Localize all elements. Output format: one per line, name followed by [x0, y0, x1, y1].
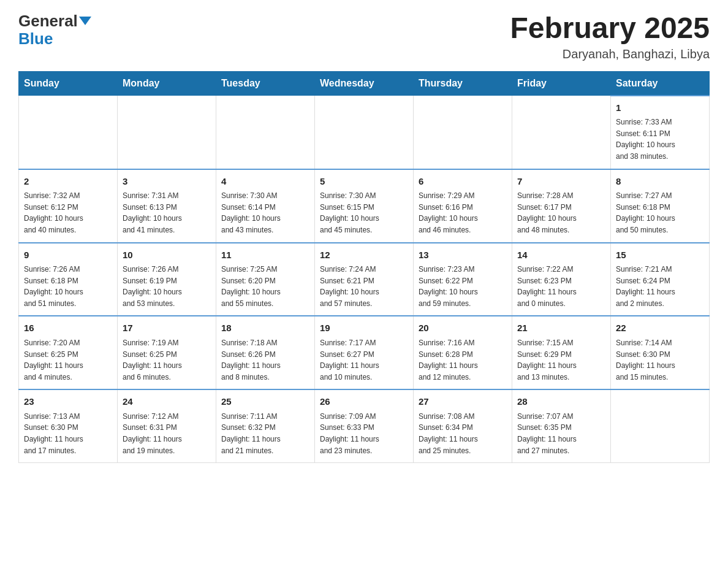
day-info: Sunrise: 7:26 AM Sunset: 6:18 PM Dayligh…	[24, 264, 112, 309]
day-number: 12	[320, 248, 408, 262]
calendar-cell: 6Sunrise: 7:29 AM Sunset: 6:16 PM Daylig…	[414, 169, 512, 243]
calendar-cell: 21Sunrise: 7:15 AM Sunset: 6:29 PM Dayli…	[512, 316, 611, 389]
calendar-cell: 2Sunrise: 7:32 AM Sunset: 6:12 PM Daylig…	[19, 169, 118, 243]
page-header: General Blue February 2025 Daryanah, Ban…	[18, 12, 710, 61]
day-number: 20	[419, 321, 507, 335]
calendar-table: SundayMondayTuesdayWednesdayThursdayFrid…	[18, 71, 710, 463]
day-info: Sunrise: 7:21 AM Sunset: 6:24 PM Dayligh…	[616, 264, 704, 309]
day-number: 22	[616, 321, 704, 335]
week-row-2: 2Sunrise: 7:32 AM Sunset: 6:12 PM Daylig…	[19, 169, 710, 243]
day-info: Sunrise: 7:08 AM Sunset: 6:34 PM Dayligh…	[419, 411, 507, 456]
day-info: Sunrise: 7:33 AM Sunset: 6:11 PM Dayligh…	[616, 117, 704, 162]
weekday-header-sunday: Sunday	[19, 71, 118, 96]
day-number: 18	[221, 321, 309, 335]
day-number: 28	[517, 395, 605, 409]
logo: General Blue	[18, 12, 91, 47]
day-info: Sunrise: 7:32 AM Sunset: 6:12 PM Dayligh…	[24, 190, 112, 236]
calendar-cell	[512, 96, 611, 169]
calendar-cell: 10Sunrise: 7:26 AM Sunset: 6:19 PM Dayli…	[118, 243, 216, 316]
day-number: 7	[517, 175, 605, 189]
day-number: 11	[221, 248, 309, 262]
day-info: Sunrise: 7:18 AM Sunset: 6:26 PM Dayligh…	[221, 337, 309, 383]
calendar-cell: 25Sunrise: 7:11 AM Sunset: 6:32 PM Dayli…	[216, 389, 315, 462]
calendar-cell: 11Sunrise: 7:25 AM Sunset: 6:20 PM Dayli…	[216, 243, 315, 316]
calendar-cell: 15Sunrise: 7:21 AM Sunset: 6:24 PM Dayli…	[611, 243, 710, 316]
calendar-cell: 27Sunrise: 7:08 AM Sunset: 6:34 PM Dayli…	[414, 389, 512, 462]
calendar-cell: 14Sunrise: 7:22 AM Sunset: 6:23 PM Dayli…	[512, 243, 611, 316]
weekday-header-saturday: Saturday	[611, 71, 710, 96]
calendar-cell: 3Sunrise: 7:31 AM Sunset: 6:13 PM Daylig…	[118, 169, 216, 243]
calendar-cell: 4Sunrise: 7:30 AM Sunset: 6:14 PM Daylig…	[216, 169, 315, 243]
calendar-cell: 17Sunrise: 7:19 AM Sunset: 6:25 PM Dayli…	[118, 316, 216, 389]
calendar-cell	[414, 96, 512, 169]
logo-general-text: General	[18, 12, 78, 30]
day-info: Sunrise: 7:16 AM Sunset: 6:28 PM Dayligh…	[419, 337, 507, 383]
weekday-header-thursday: Thursday	[414, 71, 512, 96]
day-number: 6	[419, 175, 507, 189]
calendar-cell: 9Sunrise: 7:26 AM Sunset: 6:18 PM Daylig…	[19, 243, 118, 316]
day-number: 3	[123, 175, 211, 189]
weekday-header-monday: Monday	[118, 71, 216, 96]
calendar-cell: 13Sunrise: 7:23 AM Sunset: 6:22 PM Dayli…	[414, 243, 512, 316]
day-number: 13	[419, 248, 507, 262]
day-info: Sunrise: 7:23 AM Sunset: 6:22 PM Dayligh…	[419, 264, 507, 309]
calendar-cell: 16Sunrise: 7:20 AM Sunset: 6:25 PM Dayli…	[19, 316, 118, 389]
calendar-cell: 20Sunrise: 7:16 AM Sunset: 6:28 PM Dayli…	[414, 316, 512, 389]
weekday-header-wednesday: Wednesday	[315, 71, 414, 96]
day-info: Sunrise: 7:26 AM Sunset: 6:19 PM Dayligh…	[123, 264, 211, 309]
day-info: Sunrise: 7:31 AM Sunset: 6:13 PM Dayligh…	[123, 190, 211, 236]
logo-triangle-icon	[79, 17, 91, 25]
calendar-cell	[118, 96, 216, 169]
day-number: 19	[320, 321, 408, 335]
day-number: 5	[320, 175, 408, 189]
day-info: Sunrise: 7:24 AM Sunset: 6:21 PM Dayligh…	[320, 264, 408, 309]
calendar-cell: 19Sunrise: 7:17 AM Sunset: 6:27 PM Dayli…	[315, 316, 414, 389]
calendar-cell: 28Sunrise: 7:07 AM Sunset: 6:35 PM Dayli…	[512, 389, 611, 462]
day-info: Sunrise: 7:15 AM Sunset: 6:29 PM Dayligh…	[517, 337, 605, 383]
week-row-1: 1Sunrise: 7:33 AM Sunset: 6:11 PM Daylig…	[19, 96, 710, 169]
calendar-cell: 8Sunrise: 7:27 AM Sunset: 6:18 PM Daylig…	[611, 169, 710, 243]
day-number: 24	[123, 395, 211, 409]
day-number: 9	[24, 248, 112, 262]
day-info: Sunrise: 7:28 AM Sunset: 6:17 PM Dayligh…	[517, 190, 605, 236]
day-info: Sunrise: 7:30 AM Sunset: 6:15 PM Dayligh…	[320, 190, 408, 236]
day-number: 16	[24, 321, 112, 335]
calendar-cell: 24Sunrise: 7:12 AM Sunset: 6:31 PM Dayli…	[118, 389, 216, 462]
week-row-3: 9Sunrise: 7:26 AM Sunset: 6:18 PM Daylig…	[19, 243, 710, 316]
day-number: 26	[320, 395, 408, 409]
title-area: February 2025 Daryanah, Banghazi, Libya	[510, 12, 710, 61]
day-info: Sunrise: 7:22 AM Sunset: 6:23 PM Dayligh…	[517, 264, 605, 309]
calendar-subtitle: Daryanah, Banghazi, Libya	[510, 47, 710, 61]
calendar-cell	[19, 96, 118, 169]
day-number: 10	[123, 248, 211, 262]
day-number: 27	[419, 395, 507, 409]
calendar-cell: 22Sunrise: 7:14 AM Sunset: 6:30 PM Dayli…	[611, 316, 710, 389]
calendar-cell: 5Sunrise: 7:30 AM Sunset: 6:15 PM Daylig…	[315, 169, 414, 243]
day-number: 15	[616, 248, 704, 262]
calendar-cell	[611, 389, 710, 462]
day-info: Sunrise: 7:30 AM Sunset: 6:14 PM Dayligh…	[221, 190, 309, 236]
weekday-header-row: SundayMondayTuesdayWednesdayThursdayFrid…	[19, 71, 710, 96]
day-info: Sunrise: 7:11 AM Sunset: 6:32 PM Dayligh…	[221, 411, 309, 456]
day-number: 17	[123, 321, 211, 335]
day-info: Sunrise: 7:17 AM Sunset: 6:27 PM Dayligh…	[320, 337, 408, 383]
day-info: Sunrise: 7:13 AM Sunset: 6:30 PM Dayligh…	[24, 411, 112, 456]
weekday-header-friday: Friday	[512, 71, 611, 96]
week-row-5: 23Sunrise: 7:13 AM Sunset: 6:30 PM Dayli…	[19, 389, 710, 462]
day-number: 23	[24, 395, 112, 409]
day-number: 21	[517, 321, 605, 335]
day-info: Sunrise: 7:20 AM Sunset: 6:25 PM Dayligh…	[24, 337, 112, 383]
calendar-cell: 12Sunrise: 7:24 AM Sunset: 6:21 PM Dayli…	[315, 243, 414, 316]
day-number: 1	[616, 101, 704, 115]
calendar-cell: 18Sunrise: 7:18 AM Sunset: 6:26 PM Dayli…	[216, 316, 315, 389]
calendar-cell: 1Sunrise: 7:33 AM Sunset: 6:11 PM Daylig…	[611, 96, 710, 169]
day-info: Sunrise: 7:14 AM Sunset: 6:30 PM Dayligh…	[616, 337, 704, 383]
day-number: 2	[24, 175, 112, 189]
day-info: Sunrise: 7:29 AM Sunset: 6:16 PM Dayligh…	[419, 190, 507, 236]
calendar-cell: 26Sunrise: 7:09 AM Sunset: 6:33 PM Dayli…	[315, 389, 414, 462]
day-info: Sunrise: 7:12 AM Sunset: 6:31 PM Dayligh…	[123, 411, 211, 456]
day-number: 4	[221, 175, 309, 189]
calendar-cell	[216, 96, 315, 169]
day-info: Sunrise: 7:07 AM Sunset: 6:35 PM Dayligh…	[517, 411, 605, 456]
week-row-4: 16Sunrise: 7:20 AM Sunset: 6:25 PM Dayli…	[19, 316, 710, 389]
